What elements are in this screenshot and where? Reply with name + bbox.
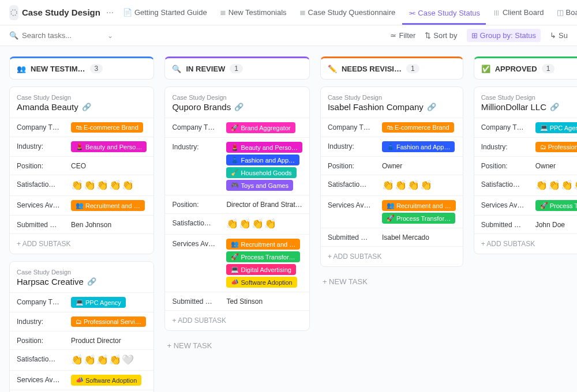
tag: 🚀Brand Aggregator	[226, 122, 295, 133]
tag-emoji: 💄	[76, 143, 84, 150]
field-label: Services Av…	[481, 200, 531, 209]
column-emoji: ✏️	[328, 65, 337, 73]
field-label: Submitted …	[172, 296, 222, 306]
attachment-icon[interactable]: 🔗	[82, 103, 91, 111]
add-subtask-button[interactable]: + ADD SUBTASK	[321, 246, 463, 266]
card-field: Submitted …Ted Stinson	[165, 292, 309, 310]
task-card[interactable]: Case Study DesignQuporo Brands🔗Company T…	[164, 86, 309, 331]
tag-text: E-commerce Brand	[395, 124, 449, 131]
tab-label: Getting Started Guide	[134, 8, 207, 17]
subtask-icon: ↳	[550, 31, 556, 40]
tag-text: Software Adoption	[241, 279, 292, 286]
search-input[interactable]	[22, 31, 97, 40]
tag-text: PPC Agency	[85, 299, 121, 306]
tag-emoji: 💻	[76, 299, 84, 306]
field-value: CEO	[71, 161, 86, 170]
tag-emoji: 🛍	[76, 124, 82, 131]
task-card[interactable]: Case Study DesignAmanda Beauty🔗Company T…	[9, 86, 154, 254]
satisfaction-rating: 👏👏👏👏	[382, 179, 433, 191]
tag-emoji: 🗂	[76, 318, 82, 325]
card-breadcrumb: Case Study Design	[165, 94, 309, 101]
card-title: Isabel Fashion Company	[328, 102, 424, 112]
add-subtask-button[interactable]: + ADD SUBTASK	[474, 233, 577, 254]
card-breadcrumb: Case Study Design	[321, 94, 463, 101]
column-count: 3	[90, 64, 103, 73]
field-label: Company T…	[172, 122, 222, 131]
sort-button[interactable]: ⇅Sort by	[425, 31, 457, 40]
attachment-icon[interactable]: 🔗	[550, 103, 559, 111]
tag: 🗂Professional Servi…	[71, 316, 146, 327]
column-emoji: 👥	[17, 65, 26, 73]
svg-point-0	[11, 10, 17, 16]
search-icon: 🔍	[9, 31, 18, 40]
field-label: Industry:	[328, 141, 377, 150]
field-value: 💄Beauty and Perso…👗Fashion and App…🧹Hous…	[226, 142, 302, 191]
tag-text: Process Transfor…	[550, 202, 577, 209]
tab-board[interactable]: ◫Board	[551, 5, 577, 20]
field-label: Position:	[328, 161, 377, 170]
field-label: Position:	[17, 336, 66, 345]
field-label: Satisfactio…	[17, 179, 66, 189]
tag-text: Household Goods	[241, 169, 291, 176]
field-value: 🗂Professional Servi…	[71, 316, 146, 327]
tab-getting-started-guide[interactable]: 📄Getting Started Guide	[117, 5, 213, 20]
task-card[interactable]: Case Study DesignIsabel Fashion Company🔗…	[320, 86, 463, 267]
field-label: Satisfactio…	[328, 179, 377, 189]
column-header[interactable]: 🔍IN REVIEW1	[164, 56, 309, 80]
tab-case-study-status[interactable]: ⫘Case Study Status	[402, 5, 486, 25]
new-task-button[interactable]: + NEW TASK	[320, 274, 463, 289]
field-value: 🛍E-commerce Brand	[382, 122, 454, 133]
attachment-icon[interactable]: 🔗	[427, 103, 436, 111]
tag: 📣Software Adoption	[71, 375, 141, 386]
attachment-icon[interactable]: 🔗	[87, 277, 96, 286]
kanban-board: 👥NEW TESTIM…3Case Study DesignAmanda Bea…	[0, 46, 577, 392]
card-field: Satisfactio…👏👏👏👏	[165, 213, 309, 234]
new-task-button[interactable]: + NEW TASK	[164, 338, 309, 353]
toolbar: 🔍 ⌄ ≃Filter ⇅Sort by ⊞Group by: Status ↳…	[0, 25, 577, 46]
field-value: 💻PPC Agency	[71, 297, 126, 308]
column-header[interactable]: ✅APPROVED1	[474, 56, 577, 80]
board-column: ✏️NEEDS REVISI…1Case Study DesignIsabel …	[320, 56, 463, 289]
add-subtask-button[interactable]: + ADD SUBTASK	[165, 310, 309, 330]
tag-text: Recruitment and …	[241, 241, 295, 248]
tab-new-testimonials[interactable]: ≣New Testimonials	[214, 5, 293, 20]
tag-emoji: 👗	[231, 156, 239, 164]
field-value: Owner	[535, 161, 556, 170]
field-label: Submitted …	[328, 232, 377, 242]
card-title: Amanda Beauty	[17, 102, 78, 112]
field-label: Services Av…	[172, 239, 222, 248]
tag-text: Process Transfor…	[241, 254, 295, 261]
field-value: Director of Brand Strat…	[226, 199, 302, 209]
tab-icon: ◫	[557, 8, 564, 17]
task-card[interactable]: Case Study DesignMillionDollar LLC🔗Compa…	[474, 86, 577, 254]
column-header[interactable]: 👥NEW TESTIM…3	[9, 56, 154, 80]
card-field: Satisfactio…👏👏👏👏	[321, 175, 463, 195]
tag-text: Fashion and App…	[241, 157, 295, 164]
filter-button[interactable]: ≃Filter	[390, 31, 415, 40]
tag: 👥Recruitment and …	[382, 200, 456, 211]
subtasks-button[interactable]: ↳Su	[550, 31, 568, 40]
tag-emoji: 👥	[231, 240, 239, 248]
card-field: Satisfactio…👏👏👏👏👏	[10, 175, 153, 195]
attachment-icon[interactable]: 🔗	[234, 103, 243, 111]
tab-label: New Testimonials	[228, 8, 287, 17]
tag-text: Process Transfor…	[396, 215, 451, 222]
column-header[interactable]: ✏️NEEDS REVISI…1	[320, 56, 463, 80]
tag-text: Recruitment and …	[396, 202, 451, 209]
tab-icon: ⫼	[493, 8, 500, 17]
tab-client-board[interactable]: ⫼Client Board	[487, 5, 550, 20]
tag-emoji: 👥	[387, 202, 395, 209]
column-emoji: 🔍	[172, 65, 181, 73]
tab-case-study-questionnaire[interactable]: ≣Case Study Questionnaire	[294, 5, 402, 20]
card-field: Satisfactio…👏👏👏👏🤍	[474, 175, 577, 195]
chevron-down-icon[interactable]: ⌄	[107, 32, 113, 40]
task-card[interactable]: Case Study DesignHarpsac Creative🔗Compan…	[9, 261, 154, 392]
field-value: 👥Recruitment and …🚀Process Transfor…💻Dig…	[226, 239, 302, 288]
add-subtask-button[interactable]: + ADD SUBTASK	[10, 233, 153, 254]
search-box[interactable]: 🔍 ⌄	[9, 31, 113, 40]
tag-text: Digital Advertising	[241, 266, 291, 273]
more-icon[interactable]: ⋯	[106, 8, 114, 17]
field-value: 🛍E-commerce Brand	[71, 122, 143, 133]
groupby-button[interactable]: ⊞Group by: Status	[467, 29, 541, 42]
card-field: Company T…🛍E-commerce Brand	[10, 118, 153, 137]
